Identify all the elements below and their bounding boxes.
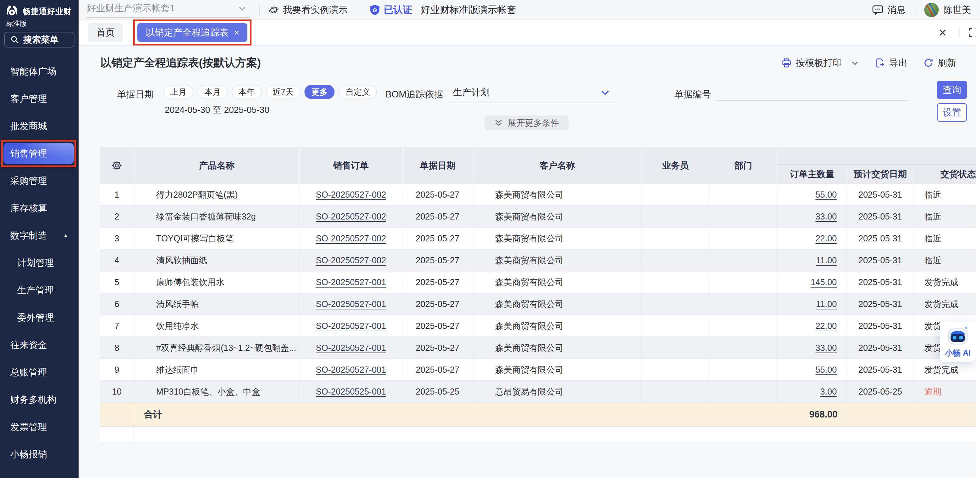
sidebar-item[interactable]: 发票管理 xyxy=(0,413,79,441)
order-qty-link[interactable]: 3.00 xyxy=(820,387,837,397)
sidebar-item[interactable]: 计划管理 xyxy=(0,249,79,277)
sidebar-item[interactable]: 小畅报销 xyxy=(0,441,79,468)
sales-order-link[interactable]: SO-20250527-001 xyxy=(316,365,386,375)
app-logo: 畅捷通好业财 标准版 xyxy=(0,0,79,29)
sales-order-link[interactable]: SO-20250527-001 xyxy=(316,277,386,287)
chevron-down-icon[interactable] xyxy=(851,59,859,67)
cell-due-date: 2025-05-31 xyxy=(847,359,914,380)
sales-order-link[interactable]: SO-20250525-001 xyxy=(316,387,386,397)
cell-delivery-status: 临近 xyxy=(914,228,976,249)
tab-close-icon[interactable]: × xyxy=(234,28,239,37)
bom-label: BOM追踪依据 xyxy=(385,88,444,103)
sidebar-item[interactable]: 智能体广场 xyxy=(0,58,79,85)
sidebar-item-label: 小畅报销 xyxy=(10,448,47,460)
demo-link[interactable]: 我要看实例演示 xyxy=(269,4,347,16)
order-qty-link[interactable]: 33.00 xyxy=(815,212,837,221)
order-qty-link[interactable]: 11.00 xyxy=(816,255,837,265)
sales-order-link[interactable]: SO-20250527-001 xyxy=(316,343,386,353)
sidebar-item[interactable]: 库存核算 xyxy=(0,194,79,222)
order-qty-link[interactable]: 33.00 xyxy=(815,343,837,353)
order-qty-link[interactable]: 11.00 xyxy=(816,299,837,309)
sales-order-link[interactable]: SO-20250527-002 xyxy=(316,212,386,221)
date-quick-pill[interactable]: 上月 xyxy=(163,85,193,99)
tab-active-report[interactable]: 以销定产全程追踪表 × xyxy=(137,23,247,42)
toolbar: 按模板打印 导出 刷新 xyxy=(766,57,956,69)
sidebar-item[interactable]: 往来资金 xyxy=(0,331,79,358)
messages-button[interactable]: 消息 xyxy=(872,4,906,16)
sales-order-link[interactable]: SO-20250527-002 xyxy=(316,190,386,200)
export-button[interactable]: 导出 xyxy=(875,57,908,69)
order-qty-link[interactable]: 55.00 xyxy=(815,190,837,200)
company-name: 好业财标准版演示帐套 xyxy=(421,3,516,16)
sidebar-item-label: 往来资金 xyxy=(10,339,47,351)
col-header-customer[interactable]: 客户名称 xyxy=(473,147,642,184)
sidebar-item[interactable]: 总账管理 xyxy=(0,358,79,386)
cell-doc-date: 2025-05-27 xyxy=(402,293,473,315)
date-quick-pill[interactable]: 自定义 xyxy=(339,85,377,99)
col-header-order-qty[interactable]: 订单主数量 xyxy=(778,165,847,183)
sidebar-item-label: 客户管理 xyxy=(10,92,47,105)
date-quick-pill[interactable]: 近7天 xyxy=(266,85,301,99)
sidebar-item[interactable]: 销售管理 xyxy=(3,143,74,164)
row-index: 3 xyxy=(100,228,134,249)
table-row: 4 清风软抽面纸 SO-20250527-002 2025-05-27 森美商贸… xyxy=(100,250,976,271)
order-qty-link[interactable]: 145.00 xyxy=(811,277,837,287)
total-row: 合计 968.00 xyxy=(100,403,976,427)
sidebar-item[interactable]: 数字制造 ▲ xyxy=(0,222,79,249)
sidebar-item[interactable]: 客户管理 xyxy=(0,85,79,113)
order-qty-link[interactable]: 55.00 xyxy=(815,365,837,375)
date-quick-pill[interactable]: 本年 xyxy=(232,85,262,99)
sales-order-link[interactable]: SO-20250527-002 xyxy=(316,234,386,244)
sidebar-item[interactable]: 财务多机构 xyxy=(0,386,79,413)
cell-product-name: 维达纸面巾 xyxy=(134,359,300,380)
cell-due-date: 2025-05-31 xyxy=(847,293,914,315)
order-qty-link[interactable]: 22.00 xyxy=(815,234,837,244)
col-header-salesman[interactable]: 业务员 xyxy=(642,147,710,184)
sidebar-item-label: 总账管理 xyxy=(10,366,47,379)
expand-more-button[interactable]: 展开更多条件 xyxy=(485,116,569,130)
demo-link-label: 我要看实例演示 xyxy=(283,4,347,16)
sales-order-link[interactable]: SO-20250527-002 xyxy=(316,255,386,265)
col-header-doc-date[interactable]: 单据日期 xyxy=(402,147,473,184)
sales-order-link[interactable]: SO-20250527-001 xyxy=(316,299,386,309)
ai-assistant-widget[interactable]: 小畅 AI xyxy=(940,322,976,362)
print-label: 按模板打印 xyxy=(796,57,842,69)
sidebar-item[interactable]: 生产管理 xyxy=(0,277,79,304)
total-row-spacer xyxy=(100,403,134,426)
date-quick-pill[interactable]: 更多 xyxy=(304,85,334,99)
col-group-header xyxy=(778,147,976,165)
divider xyxy=(259,5,260,15)
cell-delivery-status: 发货完成 xyxy=(914,359,976,380)
doc-no-input[interactable] xyxy=(717,85,908,100)
query-button[interactable]: 查询 xyxy=(937,81,967,99)
scrollbar-track[interactable] xyxy=(976,20,980,478)
col-header-delivery-status[interactable]: 交货状态 xyxy=(914,165,976,183)
col-header-product[interactable]: 产品名称 xyxy=(134,147,300,184)
sidebar-item[interactable]: 委外管理 xyxy=(0,304,79,331)
sales-order-link[interactable]: SO-20250527-001 xyxy=(316,321,386,331)
page-title: 以销定产全程追踪表(按默认方案) xyxy=(100,56,261,70)
order-qty-link[interactable]: 22.00 xyxy=(815,321,837,331)
account-book-select[interactable]: 好业财生产演示帐套1 xyxy=(86,2,250,18)
bom-select[interactable]: 生产计划 xyxy=(450,85,613,103)
export-label: 导出 xyxy=(889,57,908,69)
orbit-eye-icon xyxy=(269,5,279,15)
date-range-value[interactable]: 2024-05-30 至 2025-05-30 xyxy=(163,104,377,116)
refresh-button[interactable]: 刷新 xyxy=(923,57,956,69)
sidebar-item-label: 采购管理 xyxy=(10,175,47,187)
date-quick-pill[interactable]: 本月 xyxy=(197,85,228,99)
sidebar-item[interactable]: 采购管理 xyxy=(0,167,79,194)
column-settings-button[interactable] xyxy=(100,147,134,184)
col-header-sales-order[interactable]: 销售订单 xyxy=(300,147,402,184)
col-header-dept[interactable]: 部门 xyxy=(710,147,778,184)
col-header-due-date[interactable]: 预计交货日期 xyxy=(847,165,914,183)
avatar[interactable] xyxy=(924,3,939,17)
menu-search-box[interactable]: 搜索菜单 xyxy=(4,32,75,48)
settings-button[interactable]: 设置 xyxy=(937,103,967,122)
print-by-template-button[interactable]: 按模板打印 xyxy=(781,57,859,69)
tab-home[interactable]: 首页 xyxy=(88,23,123,42)
close-page-icon[interactable]: × xyxy=(939,25,947,39)
sidebar-item[interactable]: 批发商城 xyxy=(0,113,79,140)
table-body: 1 得力2802P翻页笔(黑) SO-20250527-002 2025-05-… xyxy=(100,184,976,403)
cell-customer: 森美商贸有限公司 xyxy=(473,206,642,227)
